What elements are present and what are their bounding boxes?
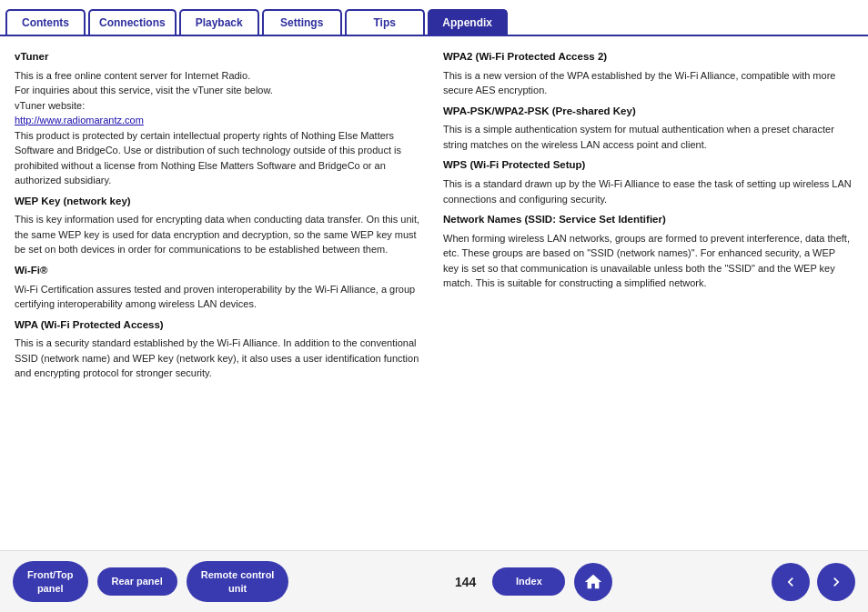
wifi-title: Wi-Fi® [15, 263, 425, 278]
vtuner-link[interactable]: http://www.radiomarantz.com [15, 115, 144, 125]
section-vtuner: vTuner This is a free online content ser… [15, 49, 425, 188]
page-number: 144 [448, 575, 483, 589]
section-network-names: Network Names (SSID: Service Set Identif… [443, 212, 853, 291]
network-names-title: Network Names (SSID: Service Set Identif… [443, 212, 853, 227]
footer: Front/Top panel Rear panel Remote contro… [0, 550, 868, 612]
wpa-title: WPA (Wi-Fi Protected Access) [15, 317, 425, 333]
right-column: WPA2 (Wi-Fi Protected Access 2) This is … [443, 49, 853, 541]
index-button[interactable]: Index [492, 567, 565, 595]
section-wpa-psk: WPA-PSK/WPA2-PSK (Pre-shared Key) This i… [443, 104, 853, 153]
network-names-body: When forming wireless LAN networks, grou… [443, 231, 853, 291]
main-content: vTuner This is a free online content ser… [0, 36, 868, 548]
tab-connections[interactable]: Connections [88, 9, 177, 35]
rear-panel-button[interactable]: Rear panel [97, 567, 177, 595]
tab-tips[interactable]: Tips [345, 9, 425, 35]
footer-center: 144 Index [448, 563, 612, 601]
tab-contents[interactable]: Contents [5, 9, 86, 35]
wps-title: WPS (Wi-Fi Protected Setup) [443, 157, 853, 173]
tab-appendix[interactable]: Appendix [428, 9, 508, 35]
wpa-psk-title: WPA-PSK/WPA2-PSK (Pre-shared Key) [443, 104, 853, 119]
wpa-body: This is a security standard established … [15, 336, 425, 381]
footer-right [772, 563, 855, 601]
next-button[interactable] [817, 563, 855, 601]
tab-navigation: Contents Connections Playback Settings T… [0, 0, 868, 36]
remote-control-button[interactable]: Remote control unit [187, 561, 289, 602]
prev-button[interactable] [772, 563, 810, 601]
wep-key-title: WEP Key (network key) [15, 194, 425, 209]
wep-key-body: This is key information used for encrypt… [15, 212, 425, 257]
wpa2-body: This is a new version of the WPA establi… [443, 68, 853, 98]
section-wps: WPS (Wi-Fi Protected Setup) This is a st… [443, 157, 853, 206]
front-top-panel-button[interactable]: Front/Top panel [13, 561, 88, 602]
wps-body: This is a standard drawn up by the Wi-Fi… [443, 176, 853, 206]
footer-left: Front/Top panel Rear panel Remote contro… [13, 561, 288, 602]
section-wpa: WPA (Wi-Fi Protected Access) This is a s… [15, 317, 425, 381]
left-column: vTuner This is a free online content ser… [15, 49, 425, 541]
tab-playback[interactable]: Playback [179, 9, 259, 35]
wifi-body: Wi-Fi Certification assures tested and p… [15, 282, 425, 312]
wpa2-title: WPA2 (Wi-Fi Protected Access 2) [443, 49, 853, 65]
wpa-psk-body: This is a simple authentication system f… [443, 122, 853, 152]
vtuner-title: vTuner [15, 49, 425, 65]
tab-settings[interactable]: Settings [262, 9, 342, 35]
section-wifi: Wi-Fi® Wi-Fi Certification assures teste… [15, 263, 425, 312]
home-button[interactable] [574, 563, 612, 601]
section-wpa2: WPA2 (Wi-Fi Protected Access 2) This is … [443, 49, 853, 98]
section-wep-key: WEP Key (network key) This is key inform… [15, 194, 425, 257]
vtuner-body: This is a free online content server for… [15, 68, 425, 188]
